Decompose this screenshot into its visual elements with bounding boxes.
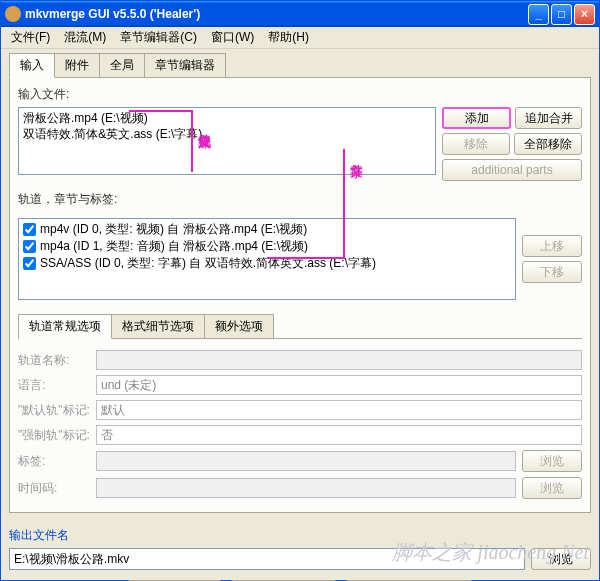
move-up-button[interactable]: 上移 bbox=[522, 235, 582, 257]
forced-flag-select[interactable] bbox=[96, 425, 582, 445]
output-browse-button[interactable]: 浏览 bbox=[531, 548, 591, 570]
timecodes-browse-button[interactable]: 浏览 bbox=[522, 477, 582, 499]
output-file-input[interactable] bbox=[9, 548, 525, 570]
minimize-button[interactable]: _ bbox=[528, 4, 549, 25]
content-area: 输入 附件 全局 章节编辑器 输入文件: 滑板公路.mp4 (E:\视频) 双语… bbox=[1, 49, 599, 581]
input-file-item[interactable]: 双语特效.简体&英文.ass (E:\字幕) bbox=[23, 126, 431, 142]
timecodes-input[interactable] bbox=[96, 478, 516, 498]
input-file-item[interactable]: 滑板公路.mp4 (E:\视频) bbox=[23, 110, 431, 126]
tab-track-general[interactable]: 轨道常规选项 bbox=[18, 314, 112, 339]
tab-track-format[interactable]: 格式细节选项 bbox=[111, 314, 205, 338]
track-checkbox[interactable] bbox=[23, 223, 36, 236]
menubar: 文件(F) 混流(M) 章节编辑器(C) 窗口(W) 帮助(H) bbox=[1, 27, 599, 49]
track-item[interactable]: mp4v (ID 0, 类型: 视频) 自 滑板公路.mp4 (E:\视频) bbox=[21, 221, 513, 238]
remove-button[interactable]: 移除 bbox=[442, 133, 510, 155]
window-title: mkvmerge GUI v5.5.0 ('Healer') bbox=[25, 7, 528, 21]
add-button[interactable]: 添加 bbox=[442, 107, 511, 129]
main-tabs: 输入 附件 全局 章节编辑器 bbox=[9, 53, 591, 78]
maximize-button[interactable]: □ bbox=[551, 4, 572, 25]
close-button[interactable]: × bbox=[574, 4, 595, 25]
menu-muxing[interactable]: 混流(M) bbox=[58, 27, 112, 48]
track-order-buttons: 上移 下移 bbox=[522, 218, 582, 300]
tab-chapter-editor[interactable]: 章节编辑器 bbox=[144, 53, 226, 77]
track-name-label: 轨道名称: bbox=[18, 352, 90, 369]
default-flag-select[interactable] bbox=[96, 400, 582, 420]
menu-window[interactable]: 窗口(W) bbox=[205, 27, 260, 48]
menu-file[interactable]: 文件(F) bbox=[5, 27, 56, 48]
append-button[interactable]: 追加合并 bbox=[515, 107, 582, 129]
app-icon bbox=[5, 6, 21, 22]
tab-track-extra[interactable]: 额外选项 bbox=[204, 314, 274, 338]
track-label: mp4a (ID 1, 类型: 音频) 自 滑板公路.mp4 (E:\视频) bbox=[40, 238, 308, 255]
language-label: 语言: bbox=[18, 377, 90, 394]
track-name-input[interactable] bbox=[96, 350, 582, 370]
track-item[interactable]: mp4a (ID 1, 类型: 音频) 自 滑板公路.mp4 (E:\视频) bbox=[21, 238, 513, 255]
track-general-panel: 轨道名称: 语言: "默认轨"标记: "强制轨"标记: 标签: bbox=[18, 339, 582, 499]
menu-chapter-editor[interactable]: 章节编辑器(C) bbox=[114, 27, 203, 48]
track-checkbox[interactable] bbox=[23, 257, 36, 270]
tags-label: 标签: bbox=[18, 453, 90, 470]
input-panel: 输入文件: 滑板公路.mp4 (E:\视频) 双语特效.简体&英文.ass (E… bbox=[9, 78, 591, 513]
tracks-list[interactable]: mp4v (ID 0, 类型: 视频) 自 滑板公路.mp4 (E:\视频) m… bbox=[18, 218, 516, 300]
track-label: mp4v (ID 0, 类型: 视频) 自 滑板公路.mp4 (E:\视频) bbox=[40, 221, 307, 238]
tracks-label: 轨道，章节与标签: bbox=[18, 191, 582, 208]
output-file-label: 输出文件名 bbox=[9, 527, 591, 544]
language-select[interactable] bbox=[96, 375, 582, 395]
remove-all-button[interactable]: 全部移除 bbox=[514, 133, 582, 155]
tags-input[interactable] bbox=[96, 451, 516, 471]
input-files-label: 输入文件: bbox=[18, 86, 582, 103]
input-files-list[interactable]: 滑板公路.mp4 (E:\视频) 双语特效.简体&英文.ass (E:\字幕) … bbox=[18, 107, 436, 175]
output-section: 输出文件名 浏览 bbox=[9, 521, 591, 570]
tab-global[interactable]: 全局 bbox=[99, 53, 145, 77]
track-label: SSA/ASS (ID 0, 类型: 字幕) 自 双语特效.简体英文.ass (… bbox=[40, 255, 376, 272]
move-down-button[interactable]: 下移 bbox=[522, 261, 582, 283]
window-controls: _ □ × bbox=[528, 4, 595, 25]
tab-attachments[interactable]: 附件 bbox=[54, 53, 100, 77]
menu-help[interactable]: 帮助(H) bbox=[262, 27, 315, 48]
default-flag-label: "默认轨"标记: bbox=[18, 402, 90, 419]
track-option-tabs: 轨道常规选项 格式细节选项 额外选项 bbox=[18, 314, 582, 339]
tags-browse-button[interactable]: 浏览 bbox=[522, 450, 582, 472]
track-item[interactable]: SSA/ASS (ID 0, 类型: 字幕) 自 双语特效.简体英文.ass (… bbox=[21, 255, 513, 272]
track-checkbox[interactable] bbox=[23, 240, 36, 253]
tab-input[interactable]: 输入 bbox=[9, 53, 55, 78]
file-buttons: 添加 追加合并 移除 全部移除 additional parts bbox=[442, 107, 582, 181]
additional-parts-button[interactable]: additional parts bbox=[442, 159, 582, 181]
titlebar: mkvmerge GUI v5.5.0 ('Healer') _ □ × bbox=[1, 1, 599, 27]
forced-flag-label: "强制轨"标记: bbox=[18, 427, 90, 444]
timecodes-label: 时间码: bbox=[18, 480, 90, 497]
app-window: mkvmerge GUI v5.5.0 ('Healer') _ □ × 文件(… bbox=[0, 0, 600, 581]
